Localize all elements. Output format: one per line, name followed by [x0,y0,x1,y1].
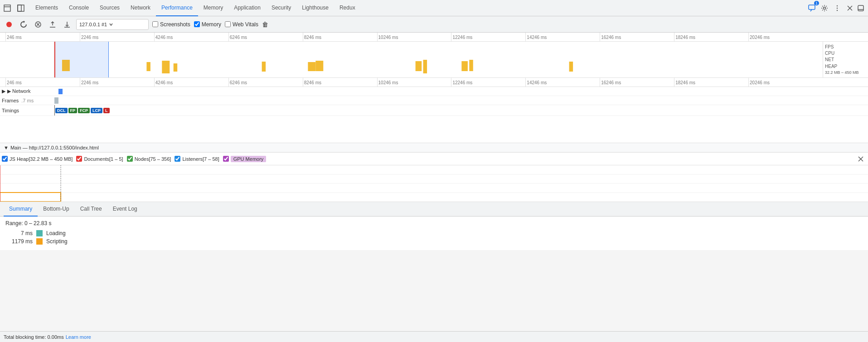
time-marker: 6246 ms [228,33,303,41]
notification-badge: 1 [814,1,819,5]
memory-area: JS Heap[32.2 MB – 450 MB] Documents[1 – … [0,153,868,202]
frames-row: Frames .7 ms [0,96,868,105]
listeners-checkbox[interactable] [175,156,180,162]
time-marker: 14246 ms [525,33,600,41]
time-marker: 2246 ms [80,33,154,41]
time-marker: 246 ms [5,78,80,87]
svg-point-7 [837,5,838,6]
time-marker: 12246 ms [451,33,525,41]
heap-value: 32.2 MB – 450 MB [825,70,866,75]
timings-label: Timings [0,108,54,113]
time-marker: 18246 ms [674,78,748,87]
tab-bottom-up[interactable]: Bottom-Up [38,202,74,217]
nodes-checkbox[interactable] [127,156,133,162]
loading-color [36,230,43,236]
memory-label: Memory [202,21,221,28]
tab-console[interactable]: Console [63,0,94,16]
tab-event-log[interactable]: Event Log [107,202,143,217]
svg-rect-21 [146,62,150,71]
time-marker: 14246 ms [525,78,600,87]
record-button[interactable] [4,19,15,30]
clear-button[interactable] [33,19,44,30]
screenshots-checkbox-label[interactable]: Screenshots [152,21,190,28]
overview-left [0,42,54,77]
js-heap-checkbox-label[interactable]: JS Heap[32.2 MB – 450 MB] [2,156,73,162]
fcp-badge: FCP [78,108,90,113]
settings-icon[interactable] [819,3,830,14]
url-text: 127.0.0.1 #1 [79,22,107,27]
memory-checkbox-label[interactable]: Memory [194,21,221,28]
documents-checkbox[interactable] [76,156,82,162]
js-heap-checkbox[interactable] [2,156,8,162]
tab-summary[interactable]: Summary [4,202,38,217]
l-badge: L [103,108,110,113]
time-marker: 6246 ms [228,78,303,87]
more-icon[interactable] [832,3,843,14]
webvitals-checkbox[interactable] [225,21,231,27]
screenshots-label: Screenshots [160,21,190,28]
memory-collapse-icon[interactable] [855,154,866,164]
memory-checkbox[interactable] [194,21,200,27]
summary-tabs: Summary Bottom-Up Call Tree Event Log [0,202,868,217]
timings-content[interactable]: DCL FP FCP LCP L [54,105,868,116]
time-marker: 12246 ms [451,78,525,87]
tab-application[interactable]: Application [228,0,266,16]
tab-security[interactable]: Security [266,0,296,16]
download-button[interactable] [62,19,73,30]
tab-memory[interactable]: Memory [198,0,228,16]
svg-rect-0 [4,5,10,11]
undock-icon[interactable] [15,3,26,14]
url-selector[interactable]: 127.0.0.1 #1 [76,19,149,30]
js-heap-label: JS Heap[32.2 MB – 450 MB] [10,156,73,162]
listeners-label: Listeners[7 – 58] [182,156,219,162]
trash-button[interactable]: 🗑 [262,21,268,28]
timing-marker [54,105,55,116]
flame-area: ▶ ▶ Network Frames .7 ms Timings DCL FP [0,87,868,153]
svg-rect-28 [423,60,427,73]
listeners-checkbox-label[interactable]: Listeners[7 – 58] [175,156,219,162]
screenshots-checkbox[interactable] [152,21,158,27]
webvitals-checkbox-label[interactable]: Web Vitals [225,21,258,28]
network-content[interactable] [54,87,868,96]
overview-area: FPS CPU NET HEAP 32.2 MB – 450 MB [0,42,868,78]
frames-label: Frames .7 ms [0,98,54,103]
svg-rect-2 [18,5,24,11]
legend-scripting: 1179 ms Scripting [5,238,863,245]
tab-network[interactable]: Network [125,0,156,16]
time-marker: 4246 ms [154,78,228,87]
documents-checkbox-label[interactable]: Documents[1 – 5] [76,156,123,162]
reload-record-button[interactable] [18,19,29,30]
frames-content[interactable] [54,96,868,105]
devtools-tab-bar: Elements Console Sources Network Perform… [0,0,868,16]
tab-elements[interactable]: Elements [30,0,63,16]
tab-redux[interactable]: Redux [334,0,361,16]
gpu-checkbox-label[interactable]: GPU Memory [223,156,267,162]
fps-label: FPS [825,44,866,49]
tab-sources[interactable]: Sources [94,0,125,16]
tab-performance[interactable]: Performance [156,0,198,16]
gpu-checkbox[interactable] [223,156,229,162]
gpu-label: GPU Memory [231,156,267,162]
overview-chart[interactable] [54,42,823,77]
scripting-color [36,238,43,245]
close-devtools-icon[interactable] [844,3,855,14]
memory-header: JS Heap[32.2 MB – 450 MB] Documents[1 – … [0,153,868,165]
tab-call-tree[interactable]: Call Tree [75,202,107,217]
range-text: Range: 0 – 22.83 s [5,220,863,226]
collapse-icon[interactable] [855,3,866,14]
chat-icon[interactable]: 1 [806,3,817,14]
tab-icons [2,3,26,14]
tab-lighthouse[interactable]: Lighthouse [296,0,334,16]
upload-button[interactable] [47,19,58,30]
time-marker: 20246 ms [748,78,823,87]
memory-chart[interactable] [0,165,868,202]
nodes-checkbox-label[interactable]: Nodes[75 – 356] [127,156,171,162]
loading-label: Loading [46,230,66,236]
network-label[interactable]: ▶ ▶ Network [0,88,54,94]
dock-icon[interactable] [2,3,13,14]
performance-toolbar: 127.0.0.1 #1 Screenshots Memory Web Vita… [0,16,868,33]
svg-point-8 [837,7,838,8]
scripting-label: Scripting [46,238,68,245]
svg-point-14 [6,22,12,27]
lcp-badge: LCP [91,108,102,113]
